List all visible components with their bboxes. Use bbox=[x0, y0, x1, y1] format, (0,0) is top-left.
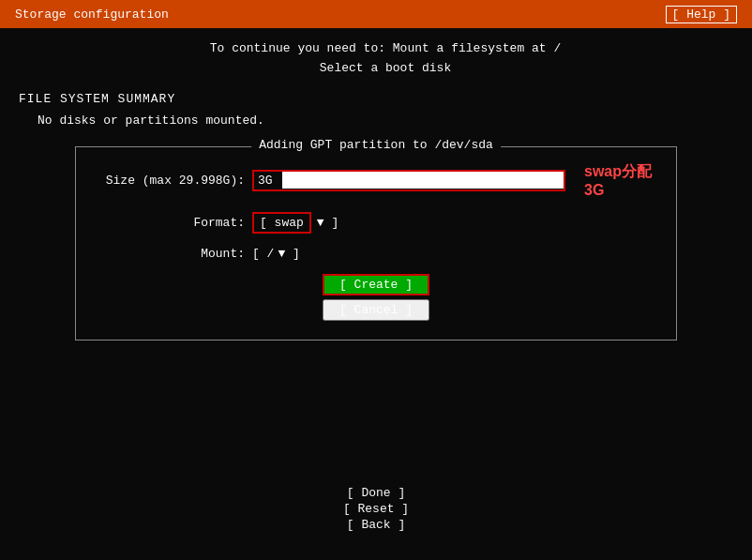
no-disks-text: No disks or partitions mounted. bbox=[38, 114, 733, 128]
create-button[interactable]: [ Create ] bbox=[323, 274, 429, 295]
header-bar: Storage configuration [ Help ] bbox=[0, 0, 752, 28]
size-input-wrapper[interactable]: 3G bbox=[252, 170, 565, 191]
mount-row: Mount: [ / ▼ ] bbox=[95, 247, 657, 261]
button-row: [ Create ] [ Cancel ] bbox=[95, 274, 657, 321]
size-row: Size (max 29.998G): 3G swap分配3G bbox=[95, 162, 657, 199]
mount-wrapper: [ / ▼ ] bbox=[252, 247, 300, 261]
cancel-button[interactable]: [ Cancel ] bbox=[323, 299, 429, 321]
header-title: Storage configuration bbox=[15, 8, 169, 22]
bottom-navigation: [ Done ] [ Reset ] [ Back ] bbox=[343, 486, 409, 532]
format-arrow: ▼ ] bbox=[317, 216, 338, 230]
size-label: Size (max 29.998G): bbox=[95, 174, 245, 188]
mount-value: [ / bbox=[252, 247, 274, 261]
mount-label: Mount: bbox=[95, 247, 245, 261]
format-label: Format: bbox=[95, 216, 245, 230]
reset-button[interactable]: [ Reset ] bbox=[343, 502, 409, 516]
dialog-box: Adding GPT partition to /dev/sda Size (m… bbox=[75, 146, 677, 341]
back-button[interactable]: [ Back ] bbox=[347, 518, 405, 532]
size-input-bar bbox=[282, 172, 564, 189]
done-button[interactable]: [ Done ] bbox=[347, 486, 405, 500]
dialog-title: Adding GPT partition to /dev/sda bbox=[251, 138, 501, 152]
instruction-line1: To continue you need to: Mount a filesys… bbox=[38, 39, 733, 59]
instruction-text: To continue you need to: Mount a filesys… bbox=[38, 39, 733, 79]
format-select-value: [ swap bbox=[260, 216, 304, 230]
instruction-line2: Select a boot disk bbox=[38, 59, 733, 79]
main-content: To continue you need to: Mount a filesys… bbox=[0, 28, 752, 352]
help-button[interactable]: [ Help ] bbox=[666, 6, 737, 23]
annotation-text: swap分配3G bbox=[584, 162, 657, 199]
mount-arrow: ▼ ] bbox=[278, 247, 299, 261]
format-select[interactable]: [ swap bbox=[252, 212, 311, 234]
format-row: Format: [ swap ▼ ] bbox=[95, 212, 657, 234]
filesystem-summary-label: FILE SYSTEM SUMMARY bbox=[19, 92, 733, 106]
size-input-value: 3G bbox=[254, 172, 282, 189]
